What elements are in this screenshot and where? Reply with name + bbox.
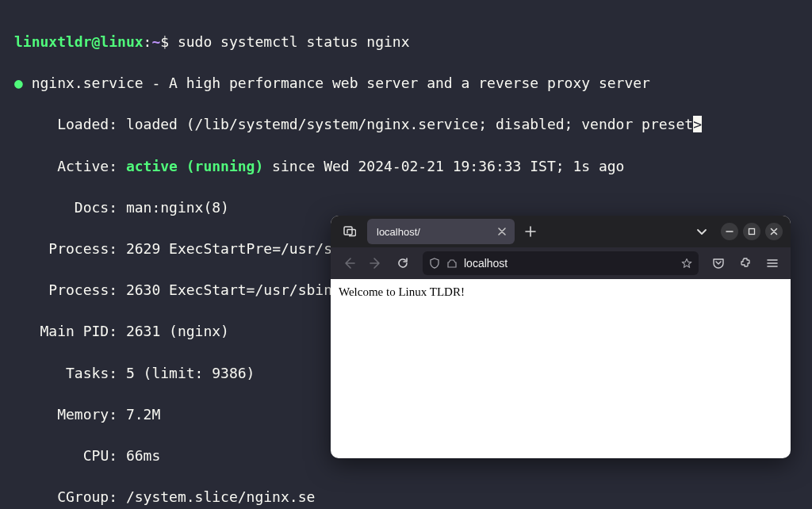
browser-window: localhost/ <box>331 216 791 458</box>
docs-label: Docs: <box>75 199 117 216</box>
page-text: Welcome to Linux TLDR! <box>339 285 465 298</box>
status-bullet-icon: ● <box>14 75 23 91</box>
new-tab-button[interactable] <box>519 220 542 243</box>
active-line: Active: active (running) since Wed 2024-… <box>14 156 798 177</box>
prompt-path: ~ <box>151 33 160 50</box>
command: sudo systemctl status nginx <box>178 33 410 50</box>
process-label: Process: <box>48 240 117 257</box>
svg-rect-0 <box>344 227 352 235</box>
list-tabs-button[interactable] <box>691 220 713 243</box>
titlebar[interactable]: localhost/ <box>331 216 791 247</box>
url-text: localhost <box>464 257 675 270</box>
tab-title: localhost/ <box>377 226 420 238</box>
tasks-label: Tasks: <box>66 365 117 381</box>
close-window-button[interactable] <box>765 223 783 240</box>
extensions-button[interactable] <box>733 251 757 275</box>
reload-button[interactable] <box>391 251 415 275</box>
tab-close-button[interactable] <box>496 225 508 238</box>
memory-value: 7.2M <box>126 406 160 423</box>
active-rest: since Wed 2024-02-21 19:36:33 IST; 1s ag… <box>263 158 624 174</box>
prompt-line: linuxtldr@linux:~$ sudo systemctl status… <box>14 32 798 52</box>
url-bar[interactable]: localhost <box>423 251 699 275</box>
loaded-label: Loaded: <box>57 116 117 132</box>
menu-button[interactable] <box>760 251 784 275</box>
app-menu-icon[interactable] <box>339 220 361 243</box>
mainpid-value: 2631 (nginx) <box>126 323 229 339</box>
browser-tab[interactable]: localhost/ <box>367 219 515 244</box>
prompt-user: linuxtldr@linux <box>14 33 144 50</box>
docs-value: man:nginx(8) <box>126 199 229 216</box>
toolbar: localhost <box>331 247 791 279</box>
cgroup-line: CGroup: /system.slice/nginx.se <box>14 487 798 507</box>
memory-label: Memory: <box>57 406 117 423</box>
maximize-button[interactable] <box>743 223 760 240</box>
svg-rect-1 <box>749 229 755 235</box>
process-label: Process: <box>48 281 117 298</box>
prompt-dollar: $ <box>160 33 169 50</box>
bookmark-star-icon[interactable] <box>681 258 692 269</box>
cgroup-value: /system.slice/nginx.se <box>126 488 315 505</box>
cpu-label: CPU: <box>83 447 117 464</box>
cpu-value: 66ms <box>126 447 160 464</box>
truncation-caret-icon: > <box>693 116 702 132</box>
shield-icon[interactable] <box>429 258 440 269</box>
minimize-button[interactable] <box>721 223 738 240</box>
page-content[interactable]: Welcome to Linux TLDR! <box>331 279 791 305</box>
cgroup-label: CGroup: <box>57 488 117 505</box>
mainpid-label: Main PID: <box>40 323 118 339</box>
back-button[interactable] <box>337 251 361 275</box>
service-header: nginx.service - A high performance web s… <box>32 75 650 91</box>
service-header-line: ● nginx.service - A high performance web… <box>14 73 798 94</box>
active-status: active (running) <box>126 158 263 174</box>
prompt-sep: : <box>144 33 152 50</box>
active-label: Active: <box>57 158 117 174</box>
site-info-icon[interactable] <box>446 258 458 269</box>
loaded-line: Loaded: loaded (/lib/systemd/system/ngin… <box>14 114 798 135</box>
pocket-button[interactable] <box>707 251 730 275</box>
tasks-value: 5 (limit: 9386) <box>126 365 255 381</box>
forward-button[interactable] <box>364 251 388 275</box>
window-controls <box>721 223 783 240</box>
loaded-value: loaded (/lib/systemd/system/nginx.servic… <box>126 116 693 132</box>
